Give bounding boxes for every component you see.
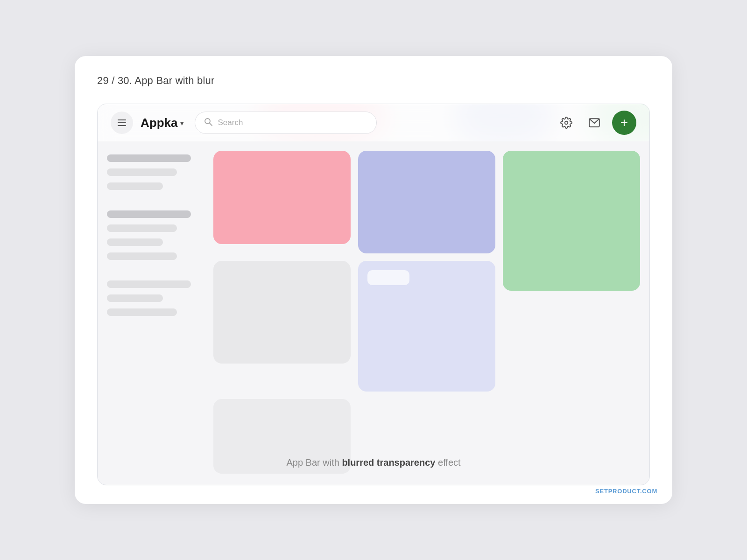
sidebar-skeleton-7 (107, 252, 177, 260)
caption: App Bar with blurred transparency effect (98, 457, 649, 468)
slide-counter: 29 / 30. App Bar with blur (97, 75, 650, 87)
card-green (503, 151, 640, 291)
add-button[interactable]: + (612, 111, 636, 135)
sidebar (98, 141, 210, 485)
svg-point-2 (565, 121, 568, 125)
card-mini-element (367, 270, 409, 285)
mail-button[interactable] (584, 112, 605, 133)
sidebar-skeleton-9 (107, 294, 163, 302)
svg-line-1 (210, 123, 212, 126)
card-gray (213, 261, 351, 364)
search-placeholder-text: Search (218, 118, 243, 127)
search-icon (204, 117, 213, 129)
sidebar-skeleton-2 (107, 168, 177, 176)
watermark: SETPRODUCT.COM (595, 488, 657, 495)
app-bar: Appka ▾ Search (98, 104, 649, 141)
card-light-purple (358, 261, 495, 392)
sidebar-skeleton-4 (107, 210, 191, 218)
sidebar-skeleton-1 (107, 154, 191, 162)
app-window: Appka ▾ Search (97, 104, 650, 485)
card-pink (213, 151, 351, 244)
card-purple (358, 151, 495, 253)
mail-icon (588, 117, 600, 129)
app-title: Appka ▾ (141, 116, 183, 130)
plus-icon: + (620, 115, 628, 130)
gear-icon (560, 117, 572, 129)
settings-button[interactable] (556, 112, 577, 133)
sidebar-skeleton-8 (107, 280, 191, 288)
sidebar-skeleton-5 (107, 224, 177, 232)
sidebar-skeleton-10 (107, 308, 177, 316)
content-area (98, 104, 649, 485)
search-bar[interactable]: Search (195, 112, 377, 134)
hamburger-icon (118, 119, 126, 126)
outer-card: 29 / 30. App Bar with blur Appka ▾ (75, 56, 672, 504)
main-grid (210, 141, 649, 485)
sidebar-skeleton-3 (107, 182, 163, 190)
menu-button[interactable] (111, 112, 133, 134)
chevron-down-icon: ▾ (180, 119, 183, 127)
sidebar-skeleton-6 (107, 238, 163, 246)
